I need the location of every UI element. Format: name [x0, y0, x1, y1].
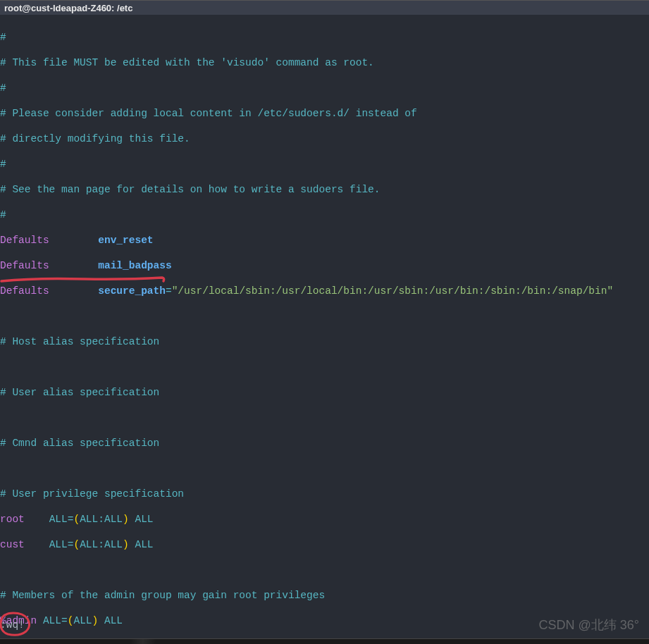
vim-command-line[interactable]: :wq! [0, 619, 25, 631]
blank-line [0, 564, 649, 576]
comment-line: # See the man page for details on how to… [0, 183, 649, 196]
blank-line [0, 361, 649, 373]
defaults-line: Defaults secure_path="/usr/local/sbin:/u… [0, 285, 649, 297]
root-privilege-line: root ALL=(ALL:ALL) ALL [0, 513, 649, 526]
comment-line: # [0, 209, 649, 221]
comment-line: # Cmnd alias specification [0, 437, 649, 450]
editor-content[interactable]: # # This file MUST be edited with the 'v… [0, 15, 649, 644]
window-title-bar: root@cust-Ideapad-Z460: /etc [0, 0, 649, 15]
comment-line: # User alias specification [0, 386, 649, 399]
comment-line: # [0, 158, 649, 171]
blank-line [0, 310, 649, 323]
defaults-line: Defaults env_reset [0, 234, 649, 247]
window-title: root@cust-Ideapad-Z460: /etc [4, 3, 132, 13]
blank-line [0, 411, 649, 424]
comment-line: # Please consider adding local content i… [0, 107, 649, 120]
comment-line: # This file MUST be edited with the 'vis… [0, 56, 649, 69]
comment-line: # directly modifying this file. [0, 132, 649, 145]
watermark: CSDN @北纬 36° [539, 619, 640, 631]
bottom-bar [0, 638, 649, 644]
comment-line: # User privilege specification [0, 488, 649, 500]
comment-line: # Host alias specification [0, 335, 649, 348]
vim-command-text: :wq! [0, 619, 25, 631]
comment-line: # [0, 31, 649, 44]
cust-privilege-line: cust ALL=(ALL:ALL) ALL [0, 538, 649, 551]
comment-line: # Members of the admin group may gain ro… [0, 589, 649, 602]
comment-line: # [0, 82, 649, 94]
blank-line [0, 462, 649, 475]
defaults-line: Defaults mail_badpass [0, 259, 649, 272]
